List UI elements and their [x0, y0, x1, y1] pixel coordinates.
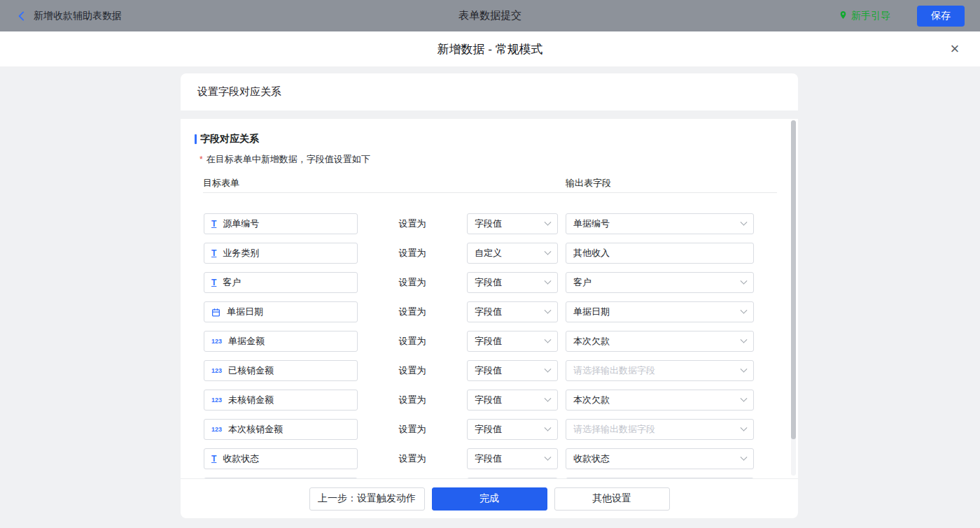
- target-field-label: 业务类别: [223, 247, 259, 259]
- set-as-label: 设置为: [358, 247, 467, 259]
- target-field-box: 123 本次核销金额: [204, 419, 358, 440]
- mode-select-value: 字段值: [475, 423, 540, 436]
- rows-container: T 源单编号 设置为 字段值 单据编号 T 业务类别 设置为 自定义 其他收入: [181, 213, 798, 478]
- set-as-label: 设置为: [358, 364, 467, 377]
- target-field-box: 123 未核销金额: [204, 390, 358, 411]
- target-field-label: 客户: [223, 276, 241, 289]
- close-icon[interactable]: ×: [946, 41, 963, 57]
- number-field-icon: 123: [211, 338, 222, 345]
- mode-select-value: 字段值: [475, 364, 540, 377]
- page-title: 表单数据提交: [0, 9, 980, 22]
- card-footer: 上一步：设置触发动作 完成 其他设置: [181, 478, 798, 518]
- field-mapping-row: T 客户 设置为 字段值 客户: [204, 272, 754, 293]
- chevron-down-icon: [545, 248, 552, 255]
- output-select-value: 本次欠款: [573, 335, 736, 348]
- field-mapping-row: 123 未核销金额 设置为 字段值 本次欠款: [204, 390, 754, 411]
- section-title-label: 字段对应关系: [200, 133, 259, 145]
- output-select[interactable]: 本次欠款: [566, 331, 754, 352]
- set-as-label: 设置为: [358, 217, 467, 230]
- output-select-value: 其他收入: [573, 247, 746, 259]
- field-mapping-row: 123 本次核销金额 设置为 字段值 请选择输出数据字段: [204, 419, 754, 440]
- target-field-label: 未核销金额: [228, 394, 274, 406]
- mode-select[interactable]: 自定义: [467, 243, 558, 264]
- scrollbar-track[interactable]: [791, 120, 796, 476]
- target-field-label: 收款状态: [223, 452, 259, 465]
- chevron-down-icon: [741, 424, 748, 431]
- chevron-down-icon: [545, 218, 552, 225]
- mode-select[interactable]: 字段值: [467, 448, 558, 469]
- target-field-label: 本次核销金额: [228, 423, 283, 436]
- output-select[interactable]: 收款状态: [566, 448, 754, 469]
- target-field-box: 123 已核销金额: [204, 360, 358, 381]
- mode-select[interactable]: 字段值: [467, 360, 558, 381]
- chevron-down-icon: [741, 218, 748, 225]
- topbar-actions: 新手引导 保存: [839, 0, 965, 31]
- mode-select-value: 字段值: [475, 335, 540, 348]
- chevron-down-icon: [545, 453, 552, 460]
- columns-header: 目标表单 输出表字段: [203, 176, 777, 193]
- mode-select-value: 字段值: [475, 452, 540, 465]
- previous-step-button[interactable]: 上一步：设置触发动作: [309, 487, 425, 511]
- text-field-icon: T: [211, 278, 216, 287]
- set-as-label: 设置为: [358, 394, 467, 406]
- back-label[interactable]: 新增收款辅助表数据: [34, 10, 122, 22]
- mode-select[interactable]: 字段值: [467, 390, 558, 411]
- chevron-down-icon: [545, 365, 552, 372]
- chevron-down-icon: [741, 306, 748, 313]
- chevron-down-icon: [545, 336, 552, 343]
- field-mapping-row: 单据日期 设置为 字段值 单据日期: [204, 301, 754, 322]
- calendar-icon: [211, 308, 220, 317]
- output-select-value: 单据编号: [573, 217, 736, 230]
- scrollbar-thumb[interactable]: [791, 120, 796, 439]
- modal-title: 新增数据 - 常规模式: [0, 31, 980, 66]
- mode-select-value: 自定义: [475, 247, 540, 259]
- text-field-icon: T: [211, 219, 216, 229]
- column-target-form: 目标表单: [203, 177, 239, 190]
- target-field-label: 源单编号: [223, 217, 259, 230]
- mode-select[interactable]: 字段值: [467, 272, 558, 293]
- mode-select[interactable]: 字段值: [467, 213, 558, 234]
- target-field-box: T 业务类别: [204, 243, 358, 264]
- finish-button[interactable]: 完成: [432, 487, 547, 511]
- output-select[interactable]: 本次欠款: [566, 390, 754, 411]
- mode-select[interactable]: 字段值: [467, 419, 558, 440]
- set-as-label: 设置为: [358, 335, 467, 348]
- output-select-value: 请选择输出数据字段: [573, 364, 736, 377]
- beginner-guide-link[interactable]: 新手引导: [839, 10, 890, 22]
- target-field-label: 单据日期: [227, 306, 263, 318]
- output-select[interactable]: 请选择输出数据字段: [566, 419, 754, 440]
- other-settings-button[interactable]: 其他设置: [554, 487, 670, 511]
- target-field-box: 单据日期: [204, 301, 358, 322]
- beginner-guide-label: 新手引导: [851, 10, 890, 22]
- chevron-down-icon: [545, 306, 552, 313]
- output-select[interactable]: 其他收入: [566, 243, 754, 264]
- field-mapping-row: 123 已核销金额 设置为 字段值 请选择输出数据字段: [204, 360, 754, 381]
- output-select[interactable]: 客户: [566, 272, 754, 293]
- card-body: 字段对应关系 *在目标表单中新增数据，字段值设置如下 目标表单 输出表字段 T …: [181, 119, 798, 478]
- save-button[interactable]: 保存: [917, 6, 965, 27]
- set-as-label: 设置为: [358, 423, 467, 436]
- card-header: 设置字段对应关系: [181, 73, 798, 110]
- topbar-back[interactable]: 新增收款辅助表数据: [15, 0, 122, 31]
- target-field-label: 单据金额: [228, 335, 265, 348]
- chevron-down-icon: [741, 394, 748, 401]
- output-select[interactable]: 请选择输出数据字段: [566, 360, 754, 381]
- section-title: 字段对应关系: [195, 133, 798, 145]
- output-select[interactable]: 单据编号: [566, 213, 754, 234]
- target-field-box: T 收款状态: [204, 448, 358, 469]
- modal-header: 新增数据 - 常规模式 ×: [0, 31, 980, 66]
- chevron-left-icon[interactable]: [15, 10, 28, 22]
- mode-select[interactable]: 字段值: [467, 331, 558, 352]
- mode-select[interactable]: 字段值: [467, 301, 558, 322]
- chevron-down-icon: [741, 365, 748, 372]
- target-field-label: 已核销金额: [228, 364, 274, 377]
- set-as-label: 设置为: [358, 306, 467, 318]
- number-field-icon: 123: [211, 367, 222, 374]
- location-pin-icon: [839, 10, 848, 22]
- hint-text: 在目标表单中新增数据，字段值设置如下: [206, 154, 370, 164]
- output-select[interactable]: 单据日期: [566, 301, 754, 322]
- mode-select-value: 字段值: [475, 217, 540, 230]
- target-field-box: T 源单编号: [204, 213, 358, 234]
- output-select-value: 本次欠款: [573, 394, 736, 406]
- topbar: 新增收款辅助表数据 表单数据提交 新手引导 保存: [0, 0, 980, 31]
